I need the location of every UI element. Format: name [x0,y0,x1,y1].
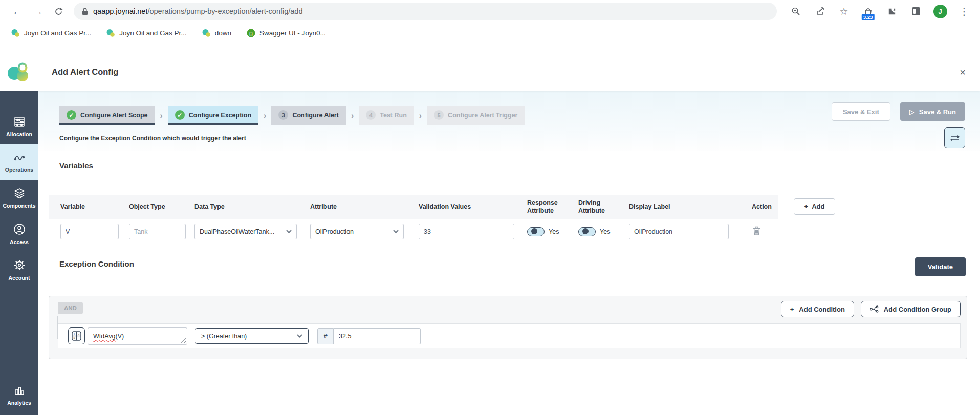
plus-icon: + [790,305,794,313]
data-type-select[interactable]: DualPhaseOilWaterTank... [194,224,297,239]
zoom-icon[interactable] [786,2,805,21]
display-label-input[interactable] [629,224,729,239]
page-title: Add Alert Config [52,67,118,77]
driving-attribute-toggle[interactable] [578,227,596,236]
expression-builder-button[interactable]: + - × · [68,327,85,344]
condition-group: AND + Add Condition Add Condition Gr [49,296,967,359]
bookmark-item[interactable]: down [202,29,231,37]
trash-icon [753,226,760,235]
save-run-button[interactable]: ▷ Save & Run [900,102,965,121]
joyn-logo [0,53,38,91]
main-content: ✓ Configure Alert Scope › ✓ Configure Ex… [38,91,980,415]
chevron-right-icon: › [419,111,422,120]
variables-heading: Variables [59,161,93,170]
chevron-right-icon: › [351,111,354,120]
back-icon[interactable]: ← [7,1,28,21]
exception-condition-heading: Exception Condition [59,259,134,268]
delete-variable-button[interactable] [752,225,761,238]
expression-input[interactable]: WtdAvg(V) [88,327,187,345]
bookmark-item[interactable]: Joyn Oil and Gas Pr... [106,29,186,37]
joyn-favicon [11,29,20,37]
extension-badge: 3.23 [862,14,875,20]
play-icon: ▷ [909,108,914,116]
variable-name-input[interactable] [60,224,119,239]
abacus-icon [13,116,26,127]
lock-icon [82,8,88,15]
address-bar[interactable]: qaapp.joynai.net/operations/pump-by-exce… [74,3,777,20]
variable-row: DualPhaseOilWaterTank... OilProduction Y… [49,219,778,244]
sidebar-item-components[interactable]: Components [0,180,38,216]
step-test-run: 4 Test Run [359,106,414,125]
sidebar-item-analytics[interactable]: Analytics [0,377,38,413]
step-configure-alert-trigger: 5 Configure Alert Trigger [427,106,525,125]
chrome-menu-icon[interactable]: ⋮ [954,2,974,21]
condition-row: + - × · WtdAvg(V) > (Greater than) [58,323,961,348]
stepper-section: ✓ Configure Alert Scope › ✓ Configure Ex… [38,91,980,151]
layers-icon [13,188,26,199]
condition-value-input[interactable] [334,328,421,344]
add-condition-group-button[interactable]: Add Condition Group [861,301,961,317]
branch-icon [870,305,879,313]
variables-table-header: Variable Object Type Data Type Attribute… [49,195,778,219]
attribute-select[interactable]: OilProduction [310,224,404,239]
svg-text:×: × [73,336,75,340]
toggle-label: Yes [549,228,559,235]
swap-arrows-icon [950,134,960,142]
svg-text:+: + [73,332,75,336]
bar-chart-icon [13,385,26,396]
extensions-puzzle-icon[interactable] [882,2,902,21]
sidebar: Allocation Operations Components [0,91,38,415]
object-type-input[interactable] [129,224,186,239]
svg-text:{:}: {:} [249,31,253,35]
add-variable-button[interactable]: + Add [794,198,835,215]
validate-button[interactable]: Validate [915,257,966,276]
step-configure-alert[interactable]: 3 Configure Alert [271,106,346,125]
svg-text:-: - [78,332,79,336]
forward-icon[interactable]: → [28,1,48,21]
profile-avatar[interactable]: J [930,2,950,21]
validation-values-input[interactable] [419,224,514,239]
check-icon: ✓ [175,110,185,120]
bookmark-item[interactable]: {:} Swagger UI - Joyn0... [247,29,326,37]
bookmark-star-icon[interactable]: ☆ [834,2,854,21]
app-window: Add Alert Config × Allocation [0,53,980,415]
share-icon[interactable] [810,2,830,21]
reload-icon[interactable] [48,1,69,21]
chevron-right-icon: › [264,111,266,120]
number-type-prefix: # [317,328,334,344]
add-condition-button[interactable]: + Add Condition [781,301,854,317]
group-operator-chip[interactable]: AND [58,302,83,314]
step-configure-alert-scope[interactable]: ✓ Configure Alert Scope [59,106,155,125]
toggle-label: Yes [600,228,610,235]
response-attribute-toggle[interactable] [527,227,545,236]
bookmarks-bar: Joyn Oil and Gas Pr... Joyn Oil and Gas … [0,23,980,43]
access-person-icon [13,223,26,235]
browser-toolbar: ← → qaapp.joynai.net/operations/pump-by-… [0,0,980,23]
operator-select[interactable]: > (Greater than) [195,328,309,344]
save-exit-button[interactable]: Save & Exit [832,102,890,121]
close-icon[interactable]: × [960,67,966,77]
swap-view-button[interactable] [944,127,965,148]
operations-icon [13,152,26,163]
app-header: Add Alert Config × [0,53,980,91]
side-panel-icon[interactable] [906,2,926,21]
swagger-favicon: {:} [247,29,255,37]
resize-grip-icon[interactable] [181,338,186,343]
url-text: qaapp.joynai.net/operations/pump-by-exce… [93,7,303,15]
sidebar-item-operations[interactable]: Operations [0,144,38,180]
bookmark-item[interactable]: Joyn Oil and Gas Pr... [11,29,91,37]
extension-meter-icon[interactable]: 3.23 [858,2,878,21]
stepper: ✓ Configure Alert Scope › ✓ Configure Ex… [59,106,525,125]
chevron-down-icon [393,230,399,233]
calculator-grid-icon: + - × · [72,331,81,341]
sidebar-item-allocation[interactable]: Allocation [0,108,38,144]
joyn-favicon [202,29,211,37]
sidebar-item-account[interactable]: Account [0,252,38,288]
chevron-down-icon [286,230,292,233]
check-icon: ✓ [67,110,76,120]
gear-icon [13,259,26,271]
reload-icon [54,7,63,16]
sidebar-item-access[interactable]: Access [0,216,38,252]
step-description: Configure the Exception Condition which … [59,135,246,142]
step-configure-exception[interactable]: ✓ Configure Exception [168,106,258,125]
